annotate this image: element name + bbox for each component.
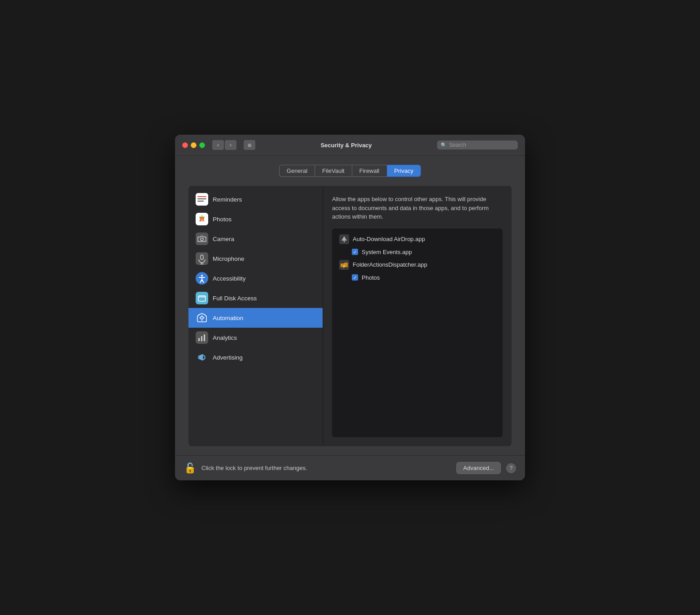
airdrop-app-icon [339,234,349,244]
svg-rect-3 [197,201,204,202]
camera-label: Camera [213,236,234,242]
back-button[interactable]: ‹ [212,140,224,150]
right-panel: Allow the apps below to control other ap… [323,186,512,446]
svg-point-7 [201,218,203,220]
maximize-button[interactable] [199,142,205,148]
svg-rect-25 [198,356,200,359]
search-bar[interactable]: 🔍 [437,141,518,149]
accessibility-label: Accessibility [213,275,246,282]
tab-filevault[interactable]: FileVault [315,165,352,177]
svg-rect-12 [196,233,208,245]
svg-point-8 [200,217,201,218]
sidebar: Reminders [188,186,323,446]
accessibility-icon [196,272,208,285]
photos-checkbox[interactable] [352,274,358,281]
svg-rect-24 [204,334,205,341]
system-events-checkbox[interactable] [352,249,358,255]
svg-text:⚡: ⚡ [342,264,346,268]
fulldisk-label: Full Disk Access [213,295,257,302]
tab-firewall[interactable]: Firewall [352,165,387,177]
svg-point-11 [203,220,205,222]
fulldisk-icon [196,292,208,304]
main-panel: Reminders [188,186,512,446]
grid-button[interactable]: ⊞ [244,140,255,150]
automation-label: Automation [213,315,243,321]
list-item: ⚡ FolderActionsDispatcher.app [336,258,499,272]
system-events-name: System Events.app [362,249,412,255]
advertising-label: Advertising [213,354,243,361]
sidebar-item-fulldisk[interactable]: Full Disk Access [188,288,323,308]
content-area: General FileVault Firewall Privacy [175,156,525,455]
sidebar-item-reminders[interactable]: Reminders [188,189,323,209]
sidebar-item-accessibility[interactable]: Accessibility [188,268,323,288]
bottom-bar: 🔓 Click the lock to prevent further chan… [175,455,525,480]
svg-point-10 [200,220,201,222]
svg-rect-22 [198,338,200,341]
advertising-icon [196,351,208,364]
sidebar-item-microphone[interactable]: Microphone [188,249,323,268]
sidebar-item-analytics[interactable]: Analytics [188,328,323,347]
titlebar: ‹ › ⊞ Security & Privacy 🔍 [175,135,525,156]
sidebar-item-advertising[interactable]: Advertising [188,347,323,367]
advanced-button[interactable]: Advanced... [456,462,501,474]
analytics-icon [196,331,208,344]
close-button[interactable] [182,142,188,148]
svg-rect-20 [198,296,206,298]
camera-icon [196,233,208,245]
description-text: Allow the apps below to control other ap… [332,195,503,221]
traffic-lights [182,142,205,148]
microphone-icon [196,252,208,265]
svg-point-9 [203,217,205,218]
tab-general[interactable]: General [279,165,315,177]
lock-text: Click the lock to prevent further change… [201,465,451,471]
minimize-button[interactable] [191,142,197,148]
reminders-label: Reminders [213,196,242,203]
photos-icon [196,213,208,225]
microphone-label: Microphone [213,255,245,262]
nav-buttons: ‹ › [212,140,236,150]
apps-list: Auto-Download AirDrop.app System Events.… [332,228,503,438]
svg-rect-1 [197,196,206,197]
svg-rect-2 [197,198,206,199]
search-input[interactable] [449,142,514,148]
tabs-row: General FileVault Firewall Privacy [188,165,512,177]
help-button[interactable]: ? [506,463,516,473]
folderactions-app-name: FolderActionsDispatcher.app [353,261,427,268]
tab-privacy[interactable]: Privacy [387,165,421,177]
photos-label: Photos [213,216,232,223]
sidebar-item-automation[interactable]: Automation [188,308,323,328]
analytics-label: Analytics [213,334,237,341]
list-item: Auto-Download AirDrop.app [336,232,499,246]
svg-point-18 [201,275,203,277]
sidebar-item-photos[interactable]: Photos [188,209,323,229]
lock-icon[interactable]: 🔓 [184,462,196,474]
svg-point-21 [201,316,203,319]
main-window: ‹ › ⊞ Security & Privacy 🔍 General FileV… [175,135,525,480]
window-title: Security & Privacy [259,142,433,149]
sidebar-item-camera[interactable]: Camera [188,229,323,249]
reminders-icon [196,193,208,206]
airdrop-app-name: Auto-Download AirDrop.app [353,236,425,242]
forward-button[interactable]: › [225,140,236,150]
svg-rect-23 [201,336,202,341]
automation-icon [196,312,208,324]
folderactions-app-icon: ⚡ [339,260,349,270]
list-item: Photos [336,272,499,283]
search-icon: 🔍 [441,142,447,148]
photos-child-name: Photos [362,274,380,281]
list-item: System Events.app [336,246,499,258]
